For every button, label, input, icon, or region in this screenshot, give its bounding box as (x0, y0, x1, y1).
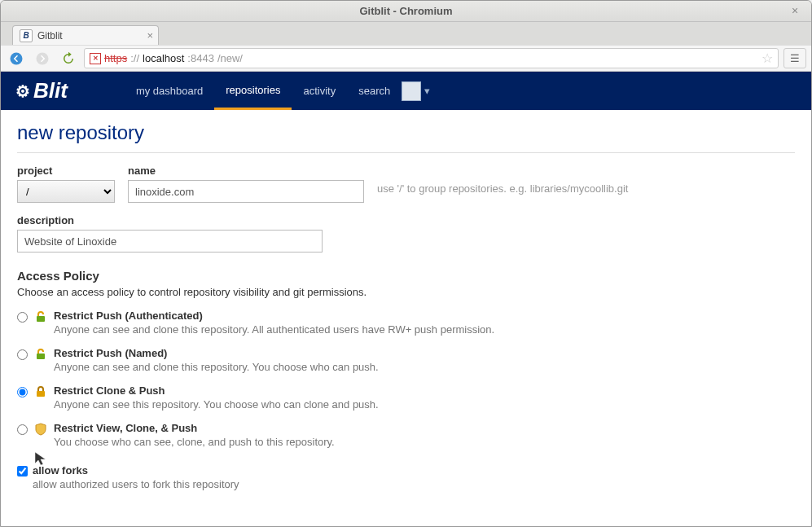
policy-radio-view-clone-push[interactable] (17, 424, 28, 435)
policy-label: Restrict Push (Authenticated) (54, 310, 494, 322)
nav-activity[interactable]: activity (292, 72, 347, 110)
lock-closed-gold-icon (34, 385, 47, 398)
browser-tab[interactable]: B Gitblit × (12, 25, 159, 45)
policy-label: Restrict Clone & Push (54, 384, 379, 397)
allow-forks-label: allow forks (33, 464, 239, 476)
divider (17, 152, 795, 153)
policy-desc: Anyone can see this repository. You choo… (54, 398, 379, 411)
access-policy-title: Access Policy (17, 269, 795, 283)
address-bar[interactable]: ✕ https://localhost:8443/new/ ☆ (84, 48, 779, 68)
nav-forward-button[interactable] (32, 48, 53, 69)
policy-desc: You choose who can see, clone, and push … (54, 436, 335, 448)
app-header: ⚙Blit my dashboard repositories activity… (1, 72, 811, 110)
svg-point-0 (11, 52, 23, 64)
access-policy-subtitle: Choose an access policy to control repos… (17, 286, 795, 298)
avatar-icon (402, 81, 421, 101)
svg-rect-3 (37, 354, 45, 359)
chevron-down-icon: ▾ (424, 85, 430, 97)
nav-dashboard[interactable]: my dashboard (125, 72, 214, 110)
svg-rect-4 (37, 391, 45, 397)
logo-text: Blit (33, 78, 68, 103)
url-host: localhost (143, 52, 184, 64)
policy-label: Restrict Push (Named) (54, 347, 379, 359)
policy-radio-push-named[interactable] (17, 349, 28, 360)
nav-back-button[interactable] (6, 48, 27, 69)
allow-forks-checkbox[interactable] (17, 466, 28, 476)
browser-toolbar: ✕ https://localhost:8443/new/ ☆ ☰ (1, 45, 811, 72)
nav-reload-button[interactable] (58, 48, 79, 69)
description-input[interactable] (17, 230, 323, 253)
name-hint: use '/' to group repositories. e.g. libr… (377, 182, 628, 195)
url-path: /new/ (217, 52, 243, 64)
url-port: :8443 (187, 52, 214, 64)
lock-open-green-icon (34, 348, 47, 361)
main-nav: my dashboard repositories activity searc… (125, 72, 402, 110)
allow-forks-desc: allow authorized users to fork this repo… (33, 478, 239, 490)
bookmark-star-icon[interactable]: ☆ (762, 51, 773, 66)
user-menu[interactable]: ▾ (402, 81, 430, 101)
project-select[interactable]: / (17, 180, 115, 203)
tab-favicon-icon: B (20, 29, 33, 42)
app-logo[interactable]: ⚙Blit (15, 78, 68, 103)
tab-label: Gitblit (37, 30, 63, 42)
policy-desc: Anyone can see and clone this repository… (54, 323, 494, 336)
policy-radio-clone-push[interactable] (17, 387, 28, 397)
description-label: description (17, 214, 795, 226)
name-input[interactable] (128, 180, 364, 203)
page-title: new repository (17, 121, 795, 144)
window-close-button[interactable]: × (792, 4, 805, 17)
policy-radio-push-auth[interactable] (17, 312, 28, 323)
policy-label: Restrict View, Clone, & Push (54, 422, 335, 434)
lock-open-green-icon (34, 310, 47, 323)
page-viewport[interactable]: ⚙Blit my dashboard repositories activity… (1, 72, 811, 526)
policy-desc: Anyone can see and clone this repository… (54, 361, 379, 373)
browser-tabstrip: B Gitblit × (1, 22, 811, 45)
nav-search[interactable]: search (347, 72, 402, 110)
url-protocol: https (104, 52, 127, 64)
window-title: Gitblit - Chromium (359, 5, 452, 17)
nav-repositories[interactable]: repositories (214, 72, 292, 110)
window-titlebar: Gitblit - Chromium × (1, 1, 811, 22)
tab-close-icon[interactable]: × (147, 29, 153, 42)
logo-gear-icon: ⚙ (15, 81, 30, 101)
insecure-https-icon: ✕ (90, 53, 101, 64)
browser-menu-button[interactable]: ☰ (783, 48, 806, 68)
svg-rect-2 (37, 316, 45, 322)
svg-point-1 (37, 52, 49, 64)
page-body: new repository project / name use '/' to… (1, 110, 811, 523)
project-label: project (17, 165, 115, 177)
shield-gold-icon (34, 423, 47, 436)
name-label: name (128, 165, 364, 177)
